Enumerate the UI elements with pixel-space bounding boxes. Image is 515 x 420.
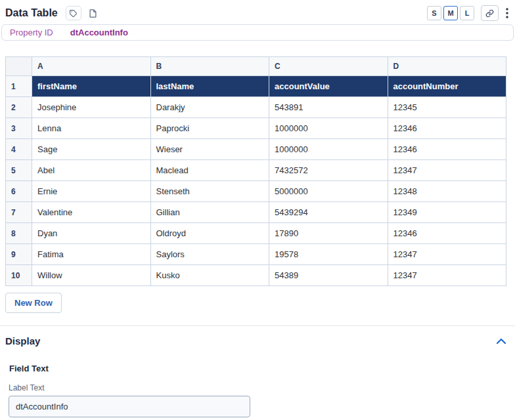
table-cell[interactable]: 12347 — [388, 160, 506, 181]
table-cell[interactable]: 12346 — [388, 139, 506, 160]
column-letter[interactable]: B — [150, 57, 269, 76]
property-id-bar: Property ID dtAccountInfo — [1, 24, 514, 41]
table-cell[interactable]: Dyan — [32, 223, 151, 244]
table-cell[interactable]: 5439294 — [269, 202, 388, 223]
column-letter[interactable]: A — [32, 57, 151, 76]
row-number[interactable]: 2 — [6, 97, 32, 118]
header-cell[interactable]: accountValue — [269, 76, 388, 97]
table-cell[interactable]: Sage — [32, 139, 151, 160]
header-cell[interactable]: accountNumber — [388, 76, 506, 97]
table-row: 6 Ernie Stenseth 5000000 12348 — [6, 181, 506, 202]
table-cell[interactable]: Ernie — [32, 181, 151, 202]
row-number[interactable]: 3 — [6, 118, 32, 139]
page-title: Data Table — [5, 7, 58, 19]
data-table-grid: A B C D 1 firstName lastName accountValu… — [5, 56, 506, 286]
link-icon — [485, 9, 494, 18]
header-cell[interactable]: firstName — [32, 76, 151, 97]
chevron-up-icon — [497, 338, 506, 344]
table-cell[interactable]: Lenna — [32, 118, 151, 139]
table-row: 8 Dyan Oldroyd 17890 12346 — [6, 223, 506, 244]
table-cell[interactable]: 12345 — [388, 97, 506, 118]
table-cell[interactable]: 7432572 — [269, 160, 388, 181]
table-cell[interactable]: Fatima — [32, 244, 151, 265]
table-row: 3 Lenna Paprocki 1000000 12346 — [6, 118, 506, 139]
kebab-menu-icon[interactable] — [504, 7, 510, 20]
link-button[interactable] — [481, 5, 499, 21]
table-cell[interactable]: 1000000 — [269, 139, 388, 160]
table-row: 4 Sage Wieser 1000000 12346 — [6, 139, 506, 160]
size-medium-button[interactable]: M — [443, 6, 458, 20]
property-id-value: dtAccountInfo — [70, 28, 128, 37]
row-number[interactable]: 5 — [6, 160, 32, 181]
table-cell[interactable]: 5000000 — [269, 181, 388, 202]
table-cell[interactable]: 19578 — [269, 244, 388, 265]
row-number[interactable]: 9 — [6, 244, 32, 265]
display-section-title: Display — [5, 335, 40, 346]
label-text-input[interactable] — [9, 396, 250, 417]
row-number[interactable]: 7 — [6, 202, 32, 223]
table-cell[interactable]: Oldroyd — [150, 223, 269, 244]
row-number[interactable]: 6 — [6, 181, 32, 202]
table-cell[interactable]: Stenseth — [150, 181, 269, 202]
table-cell[interactable]: Paprocki — [150, 118, 269, 139]
display-section-header: Display — [0, 326, 515, 346]
table-cell[interactable]: Willow — [32, 265, 151, 286]
topbar: Data Table S M L — [0, 0, 515, 21]
tag-icon[interactable] — [66, 6, 81, 20]
table-cell[interactable]: Valentine — [32, 202, 151, 223]
table-cell[interactable]: 54389 — [269, 265, 388, 286]
row-number[interactable]: 8 — [6, 223, 32, 244]
corner-cell — [6, 57, 32, 76]
size-large-button[interactable]: L — [460, 6, 474, 20]
row-number[interactable]: 10 — [6, 265, 32, 286]
table-cell[interactable]: 17890 — [269, 223, 388, 244]
table-row: 10 Willow Kusko 54389 12347 — [6, 265, 506, 286]
table-cell[interactable]: Josephine — [32, 97, 151, 118]
table-row: 2 Josephine Darakjy 543891 12345 — [6, 97, 506, 118]
table-cell[interactable]: 12349 — [388, 202, 506, 223]
table-cell[interactable]: Kusko — [150, 265, 269, 286]
field-text-title: Field Text — [9, 364, 515, 373]
table-row: 5 Abel Maclead 7432572 12347 — [6, 160, 506, 181]
table-cell[interactable]: 12346 — [388, 223, 506, 244]
note-icon[interactable] — [87, 6, 100, 20]
property-id-label: Property ID — [10, 28, 53, 37]
table-cell[interactable]: 12348 — [388, 181, 506, 202]
table-cell[interactable]: Wieser — [150, 139, 269, 160]
topbar-right: S M L — [425, 5, 510, 21]
size-small-button[interactable]: S — [427, 6, 441, 20]
column-letter-row: A B C D — [6, 57, 506, 76]
table-row: 7 Valentine Gillian 5439294 12349 — [6, 202, 506, 223]
table-cell[interactable]: Abel — [32, 160, 151, 181]
table-header-row: 1 firstName lastName accountValue accoun… — [6, 76, 506, 97]
table-row: 9 Fatima Saylors 19578 12347 — [6, 244, 506, 265]
table-cell[interactable]: Saylors — [150, 244, 269, 265]
table-cell[interactable]: Darakjy — [150, 97, 269, 118]
table-cell[interactable]: 12347 — [388, 265, 506, 286]
row-number[interactable]: 4 — [6, 139, 32, 160]
table-cell[interactable]: 12346 — [388, 118, 506, 139]
table-cell[interactable]: 1000000 — [269, 118, 388, 139]
table-cell[interactable]: Maclead — [150, 160, 269, 181]
table-cell[interactable]: Gillian — [150, 202, 269, 223]
header-cell[interactable]: lastName — [150, 76, 269, 97]
collapse-section-button[interactable] — [495, 337, 507, 345]
label-text-label: Label Text — [9, 383, 515, 392]
table-cell[interactable]: 543891 — [269, 97, 388, 118]
new-row-button[interactable]: New Row — [5, 293, 62, 313]
column-letter[interactable]: D — [388, 57, 506, 76]
topbar-left: Data Table — [5, 6, 100, 20]
table-cell[interactable]: 12347 — [388, 244, 506, 265]
row-number[interactable]: 1 — [6, 76, 32, 97]
column-letter[interactable]: C — [269, 57, 388, 76]
